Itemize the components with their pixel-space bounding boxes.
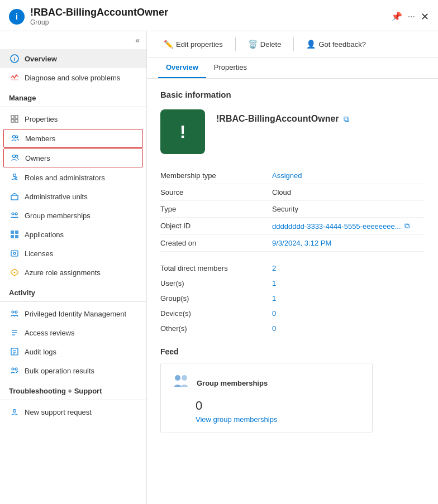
sidebar-item-properties[interactable]: Properties <box>0 109 146 128</box>
sidebar-item-groupmemberships[interactable]: Group memberships <box>0 206 146 225</box>
svg-point-22 <box>12 311 14 313</box>
sidebar-newsupport-label: New support request <box>25 408 92 416</box>
sidebar-item-diagnose[interactable]: Diagnose and solve problems <box>0 68 146 87</box>
svg-rect-17 <box>15 235 18 238</box>
sidebar-pim-label: Privileged Identity Management <box>25 310 126 318</box>
sidebar-bulkops-label: Bulk operation results <box>25 367 94 375</box>
sidebar: « i Overview Diagnose and solve problems <box>0 31 147 504</box>
svg-rect-5 <box>15 119 18 122</box>
sidebar-item-pim[interactable]: Privileged Identity Management <box>0 304 146 323</box>
collapse-icon[interactable]: « <box>135 36 140 45</box>
tab-properties[interactable]: Properties <box>206 57 255 78</box>
sidebar-item-applications[interactable]: Applications <box>0 225 146 244</box>
close-button[interactable]: ✕ <box>421 11 429 23</box>
svg-text:i: i <box>14 56 16 62</box>
info-table: Membership type Assigned Source Cloud Ty… <box>160 167 425 252</box>
delete-button[interactable]: 🗑️ Delete <box>242 37 287 51</box>
stat-row-users: User(s) 1 <box>160 276 425 291</box>
copy-objectid-icon[interactable]: ⧉ <box>404 222 410 231</box>
basic-info-title: Basic information <box>160 90 425 99</box>
group-name-area: !RBAC-BillingAccountOwner ⧉ <box>216 109 349 154</box>
membership-value: Assigned <box>272 171 302 180</box>
view-group-memberships-link[interactable]: View group memberships <box>196 415 361 424</box>
sidebar-item-licenses[interactable]: Licenses <box>0 244 146 263</box>
stat-row-total: Total direct members 2 <box>160 261 425 276</box>
main-layout: « i Overview Diagnose and solve problems <box>0 31 438 504</box>
sidebar-item-roles[interactable]: Roles and administrators <box>0 168 146 187</box>
more-icon[interactable]: ··· <box>408 12 415 22</box>
sidebar-item-accessreviews[interactable]: Access reviews <box>0 323 146 342</box>
sidebar-item-overview[interactable]: i Overview <box>0 49 146 68</box>
edit-properties-button[interactable]: ✏️ Edit properties <box>158 37 228 51</box>
pin-icon[interactable]: 📌 <box>391 11 402 22</box>
members-icon <box>9 133 21 144</box>
app-icon: i <box>9 9 25 25</box>
feed-card-title: Group memberships <box>197 379 268 387</box>
content-area: ✏️ Edit properties 🗑️ Delete 👤 Got feedb… <box>147 31 438 504</box>
sidebar-diagnose-label: Diagnose and solve problems <box>25 74 120 82</box>
activity-divider <box>0 301 146 302</box>
sidebar-item-owners[interactable]: Owners <box>3 148 143 167</box>
sidebar-item-adminunits[interactable]: Administrative units <box>0 187 146 206</box>
svg-point-13 <box>15 213 17 215</box>
sidebar-item-newsupport[interactable]: New support request <box>0 402 146 421</box>
pim-icon <box>9 308 20 319</box>
feedback-icon: 👤 <box>306 40 316 49</box>
sidebar-licenses-label: Licenses <box>25 249 53 258</box>
roles-icon <box>9 172 20 183</box>
svg-point-21 <box>14 272 16 273</box>
tab-overview[interactable]: Overview <box>158 57 206 78</box>
objectid-value[interactable]: dddddddd-3333-4444-5555-eeeeeeee... ⧉ <box>272 222 410 231</box>
svg-point-8 <box>13 155 16 158</box>
tabs-bar: Overview Properties <box>147 57 438 79</box>
page-subtitle: Group <box>30 18 391 26</box>
devices-value: 0 <box>272 309 276 318</box>
feedback-button[interactable]: 👤 Got feedback? <box>301 37 372 51</box>
svg-rect-4 <box>11 119 14 122</box>
createdon-value: 9/3/2024, 3:12 PM <box>272 239 331 247</box>
applications-icon <box>9 229 20 240</box>
svg-point-36 <box>182 375 187 381</box>
sidebar-item-members[interactable]: Members <box>3 129 143 148</box>
title-bar: i !RBAC-BillingAccountOwner Group 📌 ··· … <box>0 0 438 31</box>
sidebar-accessreviews-label: Access reviews <box>25 329 75 337</box>
title-bar-actions: 📌 ··· ✕ <box>391 11 429 23</box>
adminunits-icon <box>9 191 20 202</box>
sidebar-applications-label: Applications <box>25 231 64 239</box>
svg-rect-11 <box>11 195 18 200</box>
svg-point-12 <box>12 213 14 215</box>
sidebar-item-bulkops[interactable]: Bulk operation results <box>0 361 146 380</box>
stat-row-devices: Device(s) 0 <box>160 306 425 321</box>
sidebar-collapse: « <box>0 31 146 49</box>
bulkops-icon <box>9 365 20 376</box>
svg-point-7 <box>16 136 18 138</box>
info-row-objectid: Object ID dddddddd-3333-4444-5555-eeeeee… <box>160 218 425 235</box>
type-value: Security <box>272 205 298 213</box>
group-name: !RBAC-BillingAccountOwner <box>216 114 339 124</box>
sidebar-groupmemberships-label: Group memberships <box>25 212 91 220</box>
copy-name-icon[interactable]: ⧉ <box>344 114 349 124</box>
sidebar-item-azureroles[interactable]: Azure role assignments <box>0 263 146 282</box>
svg-point-19 <box>13 252 16 255</box>
total-members-value: 2 <box>272 264 276 272</box>
users-label: User(s) <box>160 279 272 287</box>
group-icon-box: ! <box>160 109 205 154</box>
info-row-type: Type Security <box>160 201 425 218</box>
owners-icon <box>9 152 21 164</box>
stats-section: Total direct members 2 User(s) 1 Group(s… <box>160 261 425 336</box>
svg-rect-3 <box>15 116 18 118</box>
svg-point-6 <box>13 136 16 138</box>
others-label: Other(s) <box>160 324 272 333</box>
sidebar-item-auditlogs[interactable]: Audit logs <box>0 342 146 361</box>
basic-info-section: ! !RBAC-BillingAccountOwner ⧉ <box>160 109 425 154</box>
type-label: Type <box>160 205 272 213</box>
svg-point-32 <box>15 368 17 370</box>
newsupport-icon <box>9 406 20 417</box>
groups-value: 1 <box>272 294 276 303</box>
content-body: Basic information ! !RBAC-BillingAccount… <box>147 79 438 444</box>
licenses-icon <box>9 248 20 259</box>
sidebar-azureroles-label: Azure role assignments <box>25 268 101 277</box>
accessreviews-icon <box>9 327 20 338</box>
toolbar-separator-2 <box>293 37 294 51</box>
svg-rect-16 <box>11 235 14 238</box>
